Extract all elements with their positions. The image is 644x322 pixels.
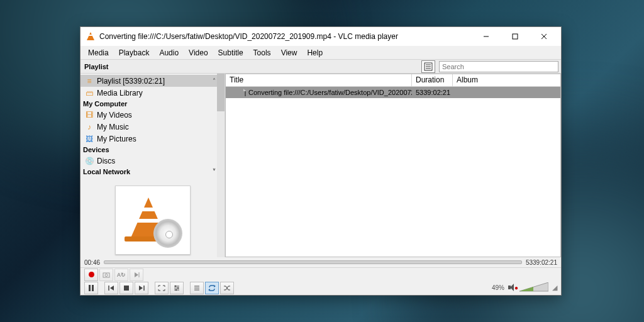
time-total[interactable]: 5339:02:21 xyxy=(526,259,557,266)
progress-area: 00:46 5339:02:21 xyxy=(80,257,561,267)
time-elapsed[interactable]: 00:46 xyxy=(84,259,100,266)
column-headers: Title Duration Album xyxy=(226,74,560,87)
menu-media[interactable]: Media xyxy=(83,47,114,58)
menu-video[interactable]: Video xyxy=(184,47,213,58)
sidebar-item-label: My Music xyxy=(97,123,129,131)
sidebar-item-label: Discs xyxy=(97,157,115,165)
vlc-window: Converting file:///C:/Users/fatiw/Deskto… xyxy=(80,26,562,296)
svg-marker-29 xyxy=(208,289,210,291)
chevron-up-icon[interactable]: ˄ xyxy=(213,77,216,84)
record-toolbar: A↻ xyxy=(80,267,561,281)
playlist-row[interactable]: Converting file:///C:/Users/fatiw/Deskto… xyxy=(226,87,560,98)
svg-point-23 xyxy=(177,287,179,289)
svg-point-24 xyxy=(175,289,177,291)
svg-marker-15 xyxy=(110,286,114,291)
titlebar[interactable]: Converting file:///C:/Users/fatiw/Deskto… xyxy=(80,27,561,46)
fullscreen-button[interactable] xyxy=(155,282,169,294)
maximize-button[interactable] xyxy=(501,27,530,46)
disc-icon: 💿 xyxy=(84,156,94,166)
sidebar-section-local-network[interactable]: Local Network ˅ xyxy=(80,167,225,177)
sidebar-item-label: Media Library xyxy=(97,89,143,97)
mute-icon[interactable]: ● xyxy=(508,284,517,291)
sidebar-item-my-pictures[interactable]: 🖼 My Pictures xyxy=(80,133,225,145)
svg-rect-16 xyxy=(124,286,129,291)
snapshot-button[interactable] xyxy=(99,269,113,281)
volume-percent: 49% xyxy=(492,284,504,291)
playlist-button[interactable] xyxy=(190,282,204,294)
svg-rect-1 xyxy=(513,34,518,39)
a-to-b-loop-button[interactable]: A↻ xyxy=(114,269,128,281)
record-button[interactable] xyxy=(84,269,98,281)
sidebar-section-devices[interactable]: Devices xyxy=(80,145,225,155)
toggle-playlist-view-button[interactable] xyxy=(421,60,435,73)
menubar: Media Playback Audio Video Subtitle Tool… xyxy=(80,46,561,60)
svg-marker-10 xyxy=(135,272,138,277)
pause-button[interactable] xyxy=(84,282,98,294)
menu-audio[interactable]: Audio xyxy=(154,47,184,58)
column-album[interactable]: Album xyxy=(453,74,560,86)
expand-icon[interactable]: ◢ xyxy=(552,284,557,292)
sidebar-item-label: My Pictures xyxy=(97,135,136,143)
sidebar-item-discs[interactable]: 💿 Discs xyxy=(80,155,225,167)
sidebar-scrollbar[interactable] xyxy=(217,74,225,257)
vlc-cone-icon xyxy=(86,31,96,42)
svg-point-9 xyxy=(105,274,108,276)
row-album xyxy=(453,92,560,93)
svg-marker-28 xyxy=(214,285,216,287)
playlist-pane: Title Duration Album Converting file:///… xyxy=(225,74,561,257)
menu-help[interactable]: Help xyxy=(302,47,328,58)
sidebar-item-media-library[interactable]: 🗃 Media Library xyxy=(80,87,225,99)
menu-playback[interactable]: Playback xyxy=(114,47,155,58)
library-icon: 🗃 xyxy=(84,88,94,98)
svg-point-22 xyxy=(175,286,176,287)
volume-slider[interactable] xyxy=(519,282,548,292)
playlist-icon: ≡ xyxy=(84,76,94,86)
sidebar-item-my-videos[interactable]: 🎞 My Videos xyxy=(80,109,225,121)
row-title: Converting file:///C:/Users/fatiw/Deskto… xyxy=(248,89,412,96)
playlist-label: Playlist xyxy=(80,63,225,70)
previous-button[interactable] xyxy=(104,282,118,294)
sidebar-item-my-music[interactable]: ♪ My Music xyxy=(80,121,225,133)
sidebar-item-playlist[interactable]: ≡ Playlist [5339:02:21] ˄ xyxy=(80,75,225,87)
row-duration: 5339:02:21 xyxy=(412,88,453,97)
menu-tools[interactable]: Tools xyxy=(248,47,276,58)
playlist-header-row: Playlist xyxy=(80,60,561,74)
svg-rect-12 xyxy=(89,285,91,291)
seek-bar[interactable] xyxy=(104,260,522,264)
sidebar-tree: ≡ Playlist [5339:02:21] ˄ 🗃 Media Librar… xyxy=(80,74,225,177)
video-icon: 🎞 xyxy=(84,110,94,120)
vlc-cone-large-icon xyxy=(115,186,191,255)
shuffle-button[interactable] xyxy=(220,282,234,294)
chevron-down-icon[interactable]: ˅ xyxy=(213,168,216,175)
column-title[interactable]: Title xyxy=(226,74,412,86)
file-icon xyxy=(245,89,246,96)
search-input[interactable] xyxy=(439,61,558,72)
sidebar-item-label: Playlist [5339:02:21] xyxy=(97,77,165,86)
column-duration[interactable]: Duration xyxy=(412,74,453,86)
extended-settings-button[interactable] xyxy=(170,282,184,294)
loop-button[interactable] xyxy=(205,282,219,294)
close-button[interactable] xyxy=(530,27,558,46)
window-title: Converting file:///C:/Users/fatiw/Deskto… xyxy=(99,32,472,41)
svg-rect-13 xyxy=(92,285,94,291)
sidebar-section-my-computer[interactable]: My Computer xyxy=(80,99,225,109)
svg-marker-17 xyxy=(139,286,143,291)
menu-subtitle[interactable]: Subtitle xyxy=(213,47,248,58)
minimize-button[interactable] xyxy=(472,27,501,46)
playback-toolbar: 49% ● ◢ xyxy=(80,281,561,295)
picture-icon: 🖼 xyxy=(84,134,94,144)
frame-step-button[interactable] xyxy=(130,269,143,281)
stop-button[interactable] xyxy=(119,282,133,294)
sidebar-item-label: My Videos xyxy=(97,111,132,119)
sidebar: ≡ Playlist [5339:02:21] ˄ 🗃 Media Librar… xyxy=(80,74,225,257)
next-button[interactable] xyxy=(135,282,148,294)
menu-view[interactable]: View xyxy=(276,47,303,58)
music-icon: ♪ xyxy=(84,122,94,132)
